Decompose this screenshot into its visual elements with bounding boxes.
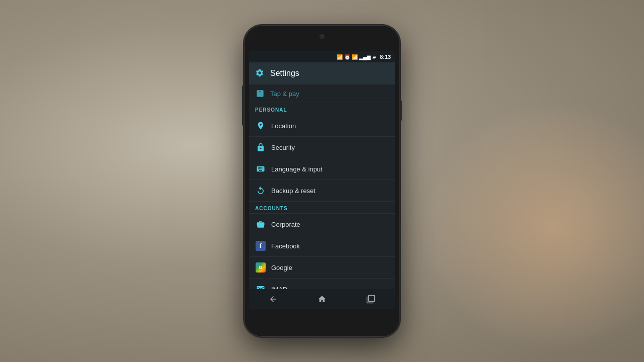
facebook-label: Facebook [271,242,300,250]
security-lock-icon [255,142,266,153]
hand-overlay [418,101,644,352]
imap-label: IMAP [271,286,287,290]
app-bar-title: Settings [270,69,299,78]
language-label: Language & input [271,165,323,173]
location-label: Location [271,122,296,130]
backup-row[interactable]: Backup & reset [249,180,395,202]
status-time: 8:13 [380,54,391,60]
front-camera [319,34,325,39]
imap-envelope-icon [255,284,266,289]
corporate-briefcase-icon [255,219,266,230]
settings-content: Tap & pay PERSONAL Location [249,84,395,289]
home-button[interactable] [314,292,330,307]
location-row[interactable]: Location [249,115,395,137]
app-bar: Settings [249,62,395,84]
phone-screen: 📶 ⏰ 📶 ▂▄▆ ▰ 8:13 Settings [249,51,395,309]
google-icon: G [255,262,266,273]
security-row[interactable]: Security [249,137,395,158]
location-icon [255,120,266,131]
settings-gear-icon [255,68,265,78]
tap-pay-row[interactable]: Tap & pay [249,84,395,103]
corporate-row[interactable]: Corporate [249,214,395,235]
google-label: Google [271,264,292,272]
status-icons: 📶 ⏰ 📶 ▂▄▆ ▰ 8:13 [337,54,391,60]
tap-pay-label: Tap & pay [270,90,299,98]
recents-button[interactable] [363,292,378,307]
language-row[interactable]: Language & input [249,158,395,180]
alarm-icon: ⏰ [344,54,350,60]
wifi-icon: 📶 [352,54,358,60]
phone-container: 📶 ⏰ 📶 ▂▄▆ ▰ 8:13 Settings [244,25,400,337]
signal-icon: ▂▄▆ [359,54,371,60]
status-bar: 📶 ⏰ 📶 ▂▄▆ ▰ 8:13 [249,51,395,62]
backup-label: Backup & reset [271,187,315,195]
backup-icon [255,185,266,196]
facebook-icon: f [255,240,266,251]
imap-row[interactable]: IMAP [249,279,395,289]
back-button[interactable] [266,292,281,307]
accounts-section-header: ACCOUNTS [249,202,395,214]
personal-section-header: PERSONAL [249,103,395,115]
security-label: Security [271,144,295,151]
tap-pay-icon [255,88,265,99]
navigation-bar [249,289,395,309]
language-keyboard-icon [255,163,266,174]
phone-shell: 📶 ⏰ 📶 ▂▄▆ ▰ 8:13 Settings [244,25,400,337]
bluetooth-icon: 📶 [337,54,343,60]
facebook-row[interactable]: f Facebook [249,235,395,257]
corporate-label: Corporate [271,221,300,228]
google-row[interactable]: G Google [249,257,395,279]
battery-icon: ▰ [372,54,376,60]
